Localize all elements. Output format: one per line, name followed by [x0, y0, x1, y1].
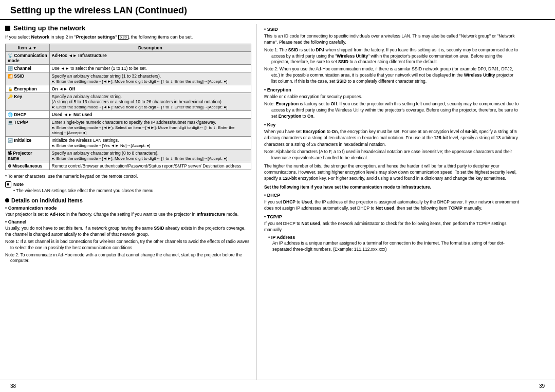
detail-channel-label: • Channel [5, 219, 251, 225]
ssid-body: This is an ID code for connecting to spe… [264, 33, 519, 46]
table-row: 🔑 Key Specify an arbitrary character str… [6, 92, 251, 110]
details-heading: Details on individual items [5, 197, 251, 203]
ip-sub-body: An IP address is a unique number assigne… [264, 240, 519, 253]
table-row: 📶 SSID Specify an arbitrary character st… [6, 72, 251, 85]
dhcp-body: If you set DHCP to Used, the IP address … [264, 199, 519, 212]
key-body: When you have set Encryption to On, the … [264, 128, 519, 147]
ssid-note-1: Note 1: The SSID is set to DPJ when ship… [264, 47, 519, 66]
network-settings-table: Item ▲▼ Description 📡 Communicationmode … [5, 44, 251, 170]
page-numbers-row: 38 39 [0, 380, 555, 392]
table-row: 📽 Projectorname Specify an arbitrary cha… [6, 149, 251, 162]
table-row: 📡 Communicationmode Ad-Hoc ◄► Infrastruc… [6, 51, 251, 64]
key-footer: The higher the number of bits, the stron… [264, 163, 519, 182]
note-section: ■ Note • The wireless LAN settings take … [5, 181, 251, 194]
tcpip-heading: • TCP/IP [264, 214, 519, 219]
right-page-number: 39 [539, 383, 545, 389]
note-text: • The wireless LAN settings take effect … [13, 188, 251, 194]
key-heading: • Key [264, 122, 519, 127]
table-row: 💻 TCP/IP Enter single-byte numeric chara… [6, 118, 251, 136]
channel-note-1: Note 1: If a set channel is in bad conne… [5, 239, 251, 251]
table-row: 🔢 Channel Use ◄► to select the number (1… [6, 64, 251, 72]
table-row: 🔄 Initialize Initialize the wireless LAN… [6, 136, 251, 149]
table-footer: * To enter characters, use the numeric k… [5, 173, 251, 179]
table-row: ⚙ Miscellaneous Remote control/Browser a… [6, 162, 251, 170]
detail-comm-mode-label: • Communication mode [5, 206, 251, 211]
table-row: 🌐 DHCP Used ◄► Not used [6, 110, 251, 118]
detail-comm-mode-body: Your projector is set to Ad-Hoc in the f… [5, 211, 251, 217]
channel-note-2: Note 2: To communicate in Ad-Hoc mode wi… [5, 252, 251, 265]
detail-channel-body: Usually, you do not have to set this ite… [5, 225, 251, 238]
left-page-number: 38 [10, 383, 16, 389]
encryption-body: Enable or disable encryption for securit… [264, 94, 519, 100]
table-header-item: Item ▲▼ [6, 44, 50, 51]
note-icon: ■ [5, 181, 11, 188]
page-title: Setting up the wireless LAN (Continued) [0, 0, 555, 20]
encryption-heading: • Encryption [264, 87, 519, 92]
ssid-heading: • SSID [264, 27, 519, 32]
tcpip-body: If you set DHCP to Not used, ask the net… [264, 220, 519, 233]
key-note: Note: Alphabetic characters (A to F, a t… [264, 149, 519, 161]
table-header-description: Description [49, 44, 251, 51]
dhcp-heading: • DHCP [264, 193, 519, 198]
table-row: 🔒 Encryption On ◄► Off [6, 85, 251, 92]
infra-note: Set the following item if you have set t… [264, 184, 519, 190]
ip-sub-heading: • IP Address [264, 235, 519, 240]
encryption-note: Note: Encryption is factory-set to Off. … [264, 101, 519, 120]
ssid-note-2: Note 2: When you use the Ad-Hoc communic… [264, 66, 519, 85]
section-heading-network: Setting up the network [5, 24, 251, 32]
intro-text: If you select Network in step 2 in "Proj… [5, 34, 251, 41]
